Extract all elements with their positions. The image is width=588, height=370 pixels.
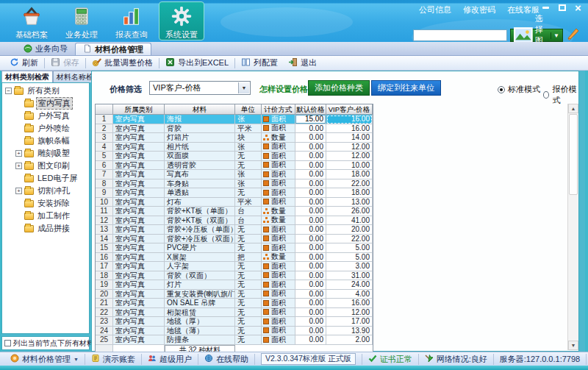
cell-default-price[interactable]: 0.00: [295, 262, 326, 271]
cell-vip-price[interactable]: 17.00: [326, 317, 373, 327]
nav-basket[interactable]: 基础档案: [9, 1, 54, 40]
status-check[interactable]: 证书正常: [362, 354, 418, 365]
table-row[interactable]: 6室内写真透明背胶无面积0.0010.00: [96, 161, 373, 171]
table-row[interactable]: 11室内写真背胶+KT板（单面）台数量0.0026.00: [96, 207, 373, 216]
cell-vip-price[interactable]: 31.00: [326, 271, 373, 281]
table-row[interactable]: 7室内写真写真布张面积0.0018.00: [96, 170, 373, 179]
cell-vip-price[interactable]: 5.00: [326, 253, 373, 263]
toolbar-columns-button[interactable]: 列配置: [236, 57, 283, 70]
cell-vip-price[interactable]: 16.00: [326, 115, 373, 124]
cell-vip-price[interactable]: 24.00: [326, 280, 373, 290]
cell-default-price[interactable]: 0.00: [295, 271, 326, 281]
cell-vip-price[interactable]: 14.00: [326, 133, 373, 143]
cell-default-price[interactable]: 0.00: [295, 124, 326, 134]
table-row[interactable]: 2室内写真背胶平米面积0.0016.00: [96, 124, 373, 134]
tree-item[interactable]: 旗帜条幅: [5, 135, 89, 147]
quote-mode-radio[interactable]: 报价模式: [543, 84, 578, 106]
nav-gear[interactable]: 系统设置: [159, 1, 204, 40]
cell-vip-price[interactable]: 3.00: [326, 262, 373, 271]
table-row[interactable]: 9室内写真单透贴无面积0.0018.00: [96, 188, 373, 198]
cell-default-price[interactable]: 0.00: [295, 253, 326, 263]
tree-item[interactable]: +雕刻吸塑: [5, 147, 89, 160]
cell-default-price[interactable]: 0.00: [295, 207, 326, 216]
maximize-icon[interactable]: [556, 3, 567, 13]
tab-active[interactable]: 材料价格管理: [75, 43, 151, 55]
table-row[interactable]: 16室内写真X展架把数量0.005.00: [96, 253, 373, 263]
price-type-select[interactable]: VIP客户-价格 ▼: [149, 81, 251, 95]
toolbar-exit-button[interactable]: 退出: [283, 57, 322, 70]
cell-default-price[interactable]: 0.00: [295, 225, 326, 235]
cell-vip-price[interactable]: 16.00: [326, 124, 373, 134]
status-network[interactable]: 网络情况:良好: [418, 354, 493, 365]
cell-vip-price[interactable]: 18.00: [326, 170, 373, 179]
table-row[interactable]: 22室内写真桁架租赁无面积0.0012.00: [96, 308, 373, 318]
tree-item[interactable]: 室内写真: [5, 97, 89, 110]
nav-calculator[interactable]: 业务处理: [59, 1, 104, 40]
status-window[interactable]: 材料价格管理▼: [4, 354, 85, 365]
table-row[interactable]: 19室内写真灯片无面积0.0024.00: [96, 280, 373, 290]
top-link[interactable]: 修改密码: [463, 4, 495, 15]
bind-unit-button[interactable]: 绑定到往来单位: [371, 80, 441, 96]
cell-vip-price[interactable]: 13.00: [326, 198, 373, 207]
tree-item[interactable]: 户外写真: [5, 110, 89, 122]
table-row[interactable]: 15室内写真PVC硬片无面积0.005.00: [96, 243, 373, 253]
tree-root[interactable]: −所有类别: [5, 85, 89, 97]
expand-icon[interactable]: +: [15, 188, 22, 194]
minimize-icon[interactable]: [540, 3, 551, 13]
pick-image-button[interactable]: 选择图片 ▼: [510, 29, 563, 42]
cell-vip-price[interactable]: 20.00: [326, 225, 373, 235]
status-globe[interactable]: 在线帮助: [198, 354, 254, 365]
announce-input[interactable]: [413, 29, 507, 41]
expand-icon[interactable]: +: [15, 163, 22, 169]
cell-default-price[interactable]: 0.00: [295, 161, 326, 171]
cell-default-price[interactable]: 0.00: [295, 335, 326, 345]
table-row[interactable]: 20室内写真重复安装费(喇叭旗/门)无面积0.004.00: [96, 290, 373, 299]
checkbox-icon[interactable]: [4, 340, 11, 346]
cell-default-price[interactable]: 0.00: [295, 133, 326, 143]
table-row[interactable]: 24室内写真地毯（薄）无面积0.0013.90: [96, 327, 373, 336]
sidebar-tab[interactable]: 材料类别检索: [1, 71, 53, 82]
status-users[interactable]: 超级用户: [141, 354, 198, 365]
table-row[interactable]: 3室内写真灯箱片块数量0.0014.00: [96, 133, 373, 143]
header-cell[interactable]: 默认价格: [295, 104, 326, 115]
cell-default-price[interactable]: 15.00: [295, 115, 326, 124]
cell-default-price[interactable]: 0.00: [295, 290, 326, 299]
cell-vip-price[interactable]: 18.00: [326, 188, 373, 198]
header-cell[interactable]: 单位: [235, 104, 262, 115]
header-cell[interactable]: 计价方式: [262, 104, 295, 115]
table-row[interactable]: 12室内写真背胶+KT板（双面）台数量0.0041.00: [96, 216, 373, 226]
cell-vip-price[interactable]: 16.00: [326, 299, 373, 308]
cell-vip-price[interactable]: 4.00: [326, 290, 373, 299]
toolbar-batch-button[interactable]: 批量调整价格: [87, 57, 158, 70]
cell-default-price[interactable]: 0.00: [295, 152, 326, 161]
table-row[interactable]: 14室内写真背胶+冷压板（双面）无面积0.0022.00: [96, 235, 373, 244]
table-row[interactable]: 25室内写真防撞条无面积0.002.00: [96, 335, 373, 345]
add-price-type-button[interactable]: 添加价格种类: [308, 80, 370, 96]
cell-default-price[interactable]: 0.00: [295, 216, 326, 226]
cell-vip-price[interactable]: 10.00: [326, 161, 373, 171]
cell-default-price[interactable]: 0.00: [295, 235, 326, 244]
scrollbar-thumb[interactable]: [569, 114, 578, 195]
cell-default-price[interactable]: 0.00: [295, 299, 326, 308]
scroll-up-icon[interactable]: ▲: [568, 104, 578, 113]
tree-item[interactable]: 安装拆除: [5, 197, 89, 210]
table-row[interactable]: 1室内写真海报张面积15.0016.00: [96, 115, 373, 124]
tab-inactive[interactable]: 业务向导: [16, 43, 75, 55]
status-notebook[interactable]: 演示账套: [85, 354, 141, 365]
toolbar-refresh-button[interactable]: 刷新: [4, 57, 43, 70]
scroll-down-icon[interactable]: ▼: [568, 341, 578, 350]
cell-default-price[interactable]: 0.00: [295, 198, 326, 207]
cell-default-price[interactable]: 0.00: [295, 243, 326, 253]
table-row[interactable]: 13室内写真背胶+冷压板（单面）无面积0.0020.00: [96, 225, 373, 235]
cell-vip-price[interactable]: 22.00: [326, 235, 373, 244]
cell-default-price[interactable]: 0.00: [295, 317, 326, 327]
cell-vip-price[interactable]: 2.00: [326, 335, 373, 345]
cell-default-price[interactable]: 0.00: [295, 280, 326, 290]
list-all-checkbox-row[interactable]: 列出当前节点下所有材料: [1, 336, 90, 350]
cell-default-price[interactable]: 0.00: [295, 327, 326, 336]
tree-item[interactable]: 成品拼接: [5, 222, 89, 235]
table-row[interactable]: 8室内写真车身贴张面积0.0022.00: [96, 179, 373, 189]
table-row[interactable]: 17室内写真人字架无面积0.003.00: [96, 262, 373, 271]
cell-default-price[interactable]: 0.00: [295, 143, 326, 152]
cell-default-price[interactable]: 0.00: [295, 188, 326, 198]
